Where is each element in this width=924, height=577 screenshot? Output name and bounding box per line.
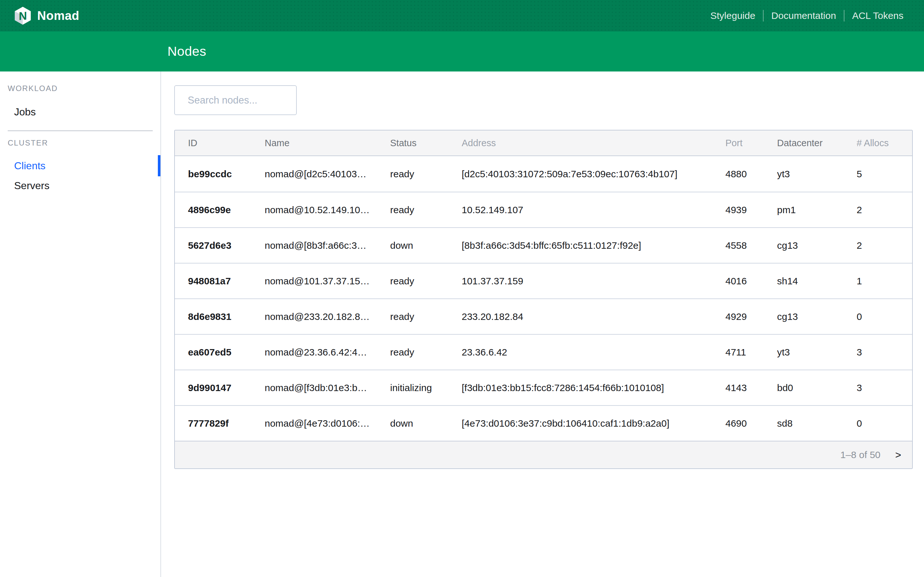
- cell-address: 23.36.6.42: [462, 347, 725, 358]
- column-header-allocs[interactable]: # Allocs: [857, 138, 912, 148]
- cell-address: 233.20.182.84: [462, 311, 725, 322]
- cell-status: ready: [390, 205, 462, 215]
- nav-link-styleguide[interactable]: Styleguide: [710, 10, 755, 21]
- cell-status: initializing: [390, 382, 462, 393]
- cell-port: 4711: [725, 347, 777, 358]
- table-row[interactable]: 9d990147 nomad@[f3db:01e3:b… initializin…: [175, 370, 912, 405]
- cell-allocs: 2: [857, 205, 912, 215]
- table-row[interactable]: 7777829f nomad@[4e73:d0106:… down [4e73:…: [175, 405, 912, 441]
- cell-port: 4929: [725, 311, 777, 322]
- brand[interactable]: N Nomad: [15, 7, 79, 25]
- cell-port: 4558: [725, 240, 777, 251]
- table-footer: 1–8 of 50 >: [175, 441, 912, 468]
- page-title: Nodes: [168, 44, 206, 59]
- sidebar-divider: [8, 131, 153, 131]
- table-body: be99ccdc nomad@[d2c5:40103… ready [d2c5:…: [175, 156, 912, 441]
- sidebar-item-clients[interactable]: Clients: [0, 159, 160, 173]
- cell-name: nomad@10.52.149.10…: [265, 205, 390, 215]
- column-header-id[interactable]: ID: [175, 138, 265, 148]
- cell-status: ready: [390, 311, 462, 322]
- cell-address: [d2c5:40103:31072:509a:7e53:09ec:10763:4…: [462, 169, 725, 179]
- cell-address: [f3db:01e3:bb15:fcc8:7286:1454:f66b:1010…: [462, 382, 725, 393]
- cell-name: nomad@23.36.6.42:4…: [265, 347, 390, 358]
- cell-address: 101.37.37.159: [462, 276, 725, 287]
- nav-divider: [763, 10, 764, 21]
- column-header-status[interactable]: Status: [390, 138, 462, 148]
- table-header: IDNameStatusAddressPortDatacenter# Alloc…: [175, 131, 912, 156]
- cell-port: 4143: [725, 382, 777, 393]
- pagination-next-button[interactable]: >: [895, 450, 901, 460]
- cell-id: be99ccdc: [175, 169, 265, 179]
- cell-status: ready: [390, 347, 462, 358]
- brand-name: Nomad: [37, 9, 79, 23]
- cell-name: nomad@[d2c5:40103…: [265, 169, 390, 179]
- sidebar-item-jobs[interactable]: Jobs: [0, 105, 160, 119]
- cell-name: nomad@[8b3f:a66c:3…: [265, 240, 390, 251]
- cell-allocs: 3: [857, 347, 912, 358]
- cell-allocs: 5: [857, 169, 912, 179]
- cell-status: down: [390, 418, 462, 429]
- sidebar-section-workload: WORKLOAD: [0, 84, 160, 93]
- main-content: IDNameStatusAddressPortDatacenter# Alloc…: [161, 71, 924, 577]
- cell-status: down: [390, 240, 462, 251]
- cell-allocs: 3: [857, 382, 912, 393]
- cell-port: 4690: [725, 418, 777, 429]
- cell-datacenter: cg13: [777, 240, 857, 251]
- cell-id: 7777829f: [175, 418, 265, 429]
- cell-id: 948081a7: [175, 276, 265, 287]
- cell-datacenter: cg13: [777, 311, 857, 322]
- cell-address: [4e73:d0106:3e37:c9bd:106410:caf1:1db9:a…: [462, 418, 725, 429]
- table-row[interactable]: be99ccdc nomad@[d2c5:40103… ready [d2c5:…: [175, 156, 912, 192]
- table-row[interactable]: 4896c99e nomad@10.52.149.10… ready 10.52…: [175, 192, 912, 227]
- cell-port: 4880: [725, 169, 777, 179]
- sidebar-item-servers[interactable]: Servers: [0, 179, 160, 193]
- cell-datacenter: sd8: [777, 418, 857, 429]
- svg-text:N: N: [19, 9, 27, 23]
- table-row[interactable]: 948081a7 nomad@101.37.37.15… ready 101.3…: [175, 263, 912, 298]
- cell-port: 4016: [725, 276, 777, 287]
- cell-datacenter: bd0: [777, 382, 857, 393]
- cell-id: 8d6e9831: [175, 311, 265, 322]
- top-navbar: N Nomad Styleguide Documentation ACL Tok…: [0, 0, 924, 31]
- cell-datacenter: yt3: [777, 347, 857, 358]
- cell-datacenter: sh14: [777, 276, 857, 287]
- page-header: Nodes: [0, 31, 924, 71]
- nav-link-acl-tokens[interactable]: ACL Tokens: [852, 10, 903, 21]
- nomad-logo-icon: N: [15, 7, 31, 25]
- nav-divider: [844, 10, 845, 21]
- cell-name: nomad@233.20.182.8…: [265, 311, 390, 322]
- table-row[interactable]: 8d6e9831 nomad@233.20.182.8… ready 233.2…: [175, 298, 912, 334]
- search-input[interactable]: [174, 85, 297, 115]
- cell-name: nomad@[4e73:d0106:…: [265, 418, 390, 429]
- layout: WORKLOAD Jobs CLUSTER Clients Servers ID…: [0, 71, 924, 577]
- cell-allocs: 1: [857, 276, 912, 287]
- column-header-port[interactable]: Port: [725, 138, 777, 148]
- cell-datacenter: yt3: [777, 169, 857, 179]
- cell-address: 10.52.149.107: [462, 205, 725, 215]
- cell-name: nomad@[f3db:01e3:b…: [265, 382, 390, 393]
- top-links: Styleguide Documentation ACL Tokens: [710, 10, 903, 21]
- cell-status: ready: [390, 276, 462, 287]
- cell-status: ready: [390, 169, 462, 179]
- nodes-table: IDNameStatusAddressPortDatacenter# Alloc…: [174, 130, 913, 469]
- cell-name: nomad@101.37.37.15…: [265, 276, 390, 287]
- column-header-name[interactable]: Name: [265, 138, 390, 148]
- cell-port: 4939: [725, 205, 777, 215]
- cell-allocs: 0: [857, 418, 912, 429]
- cell-id: 5627d6e3: [175, 240, 265, 251]
- table-row[interactable]: ea607ed5 nomad@23.36.6.42:4… ready 23.36…: [175, 334, 912, 370]
- sidebar: WORKLOAD Jobs CLUSTER Clients Servers: [0, 71, 161, 577]
- pagination-range: 1–8 of 50: [840, 450, 880, 460]
- cell-id: 4896c99e: [175, 205, 265, 215]
- column-header-datacenter[interactable]: Datacenter: [777, 138, 857, 148]
- nav-link-documentation[interactable]: Documentation: [771, 10, 836, 21]
- cell-allocs: 2: [857, 240, 912, 251]
- cell-id: ea607ed5: [175, 347, 265, 358]
- sidebar-section-cluster: CLUSTER: [0, 138, 160, 148]
- cell-allocs: 0: [857, 311, 912, 322]
- column-header-address[interactable]: Address: [462, 138, 725, 148]
- cell-datacenter: pm1: [777, 205, 857, 215]
- cell-address: [8b3f:a66c:3d54:bffc:65fb:c511:0127:f92e…: [462, 240, 725, 251]
- table-row[interactable]: 5627d6e3 nomad@[8b3f:a66c:3… down [8b3f:…: [175, 227, 912, 263]
- cell-id: 9d990147: [175, 382, 265, 393]
